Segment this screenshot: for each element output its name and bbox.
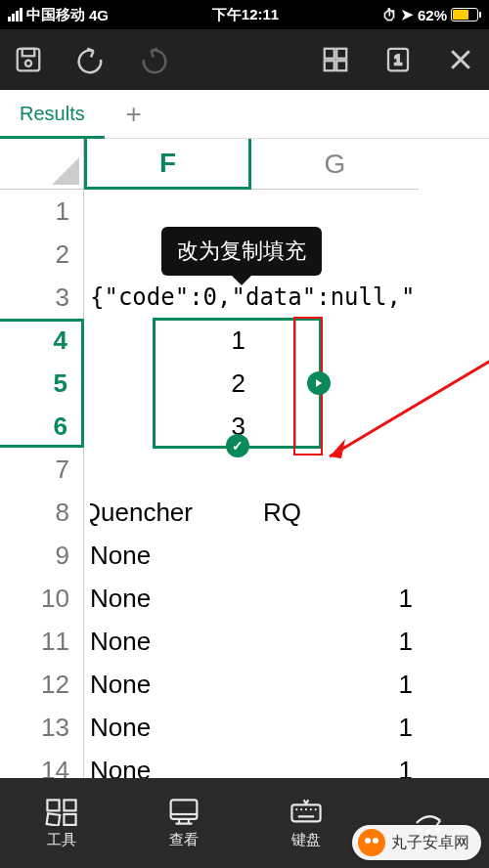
cell[interactable]: {"code":0,"data":null," <box>84 276 426 319</box>
cell[interactable]: None <box>84 706 251 749</box>
nav-label: 工具 <box>47 831 76 849</box>
row-header[interactable]: 11 <box>0 620 84 663</box>
svg-rect-14 <box>170 800 197 818</box>
battery-icon <box>451 8 481 22</box>
svg-text:1: 1 <box>394 51 402 67</box>
cell[interactable] <box>251 448 419 491</box>
undo-icon[interactable] <box>76 45 106 74</box>
grid-icon[interactable] <box>321 45 350 74</box>
toolbar: 1 <box>0 29 489 90</box>
carrier-text: 中国移动 <box>26 6 85 24</box>
battery-pct: 62% <box>418 7 447 23</box>
status-bar: 中国移动 4G 下午12:11 ⏱ ➤ 62% <box>0 0 489 29</box>
row-header[interactable]: 12 <box>0 663 84 706</box>
cell[interactable]: None <box>84 749 251 778</box>
cell[interactable]: 1 <box>84 319 251 362</box>
svg-rect-3 <box>325 49 334 59</box>
row-header[interactable]: 13 <box>0 706 84 749</box>
page-1-icon[interactable]: 1 <box>383 45 413 74</box>
svg-rect-6 <box>336 61 346 70</box>
svg-rect-1 <box>22 49 35 57</box>
cell[interactable]: None <box>84 663 251 706</box>
cell[interactable]: None <box>84 620 251 663</box>
network-text: 4G <box>89 7 109 23</box>
close-icon[interactable] <box>446 45 475 74</box>
spreadsheet[interactable]: F G 1 2 3{"code":0,"data":null," 41 52 6… <box>0 139 489 778</box>
row-header[interactable]: 14 <box>0 749 84 778</box>
cell[interactable]: None <box>84 534 251 577</box>
cell[interactable] <box>251 534 419 577</box>
svg-point-2 <box>25 61 31 66</box>
cell[interactable]: None <box>84 577 251 620</box>
row-header[interactable]: 3 <box>0 276 84 319</box>
svg-rect-4 <box>336 49 346 59</box>
watermark: 丸子安卓网 <box>352 825 481 860</box>
svg-rect-15 <box>291 804 320 821</box>
watermark-icon <box>358 829 385 856</box>
view-icon <box>167 798 200 827</box>
nav-view[interactable]: 查看 <box>122 798 244 849</box>
cell[interactable]: 1 <box>251 663 419 706</box>
cell[interactable]: 1 <box>251 577 419 620</box>
cell[interactable]: 1 <box>251 706 419 749</box>
watermark-text: 丸子安卓网 <box>391 833 469 853</box>
nav-label: 查看 <box>169 831 199 849</box>
cell[interactable]: ter Quencher <box>90 491 257 534</box>
nav-keyboard[interactable]: 键盘 <box>244 798 367 849</box>
cell[interactable]: 3 <box>84 405 251 448</box>
nav-tools[interactable]: 工具 <box>0 798 122 849</box>
svg-rect-11 <box>64 800 75 810</box>
row-header[interactable]: 4 <box>0 319 84 362</box>
signal-icon <box>8 8 22 22</box>
row-header[interactable]: 9 <box>0 534 84 577</box>
keyboard-icon <box>289 798 323 827</box>
svg-rect-10 <box>47 800 59 810</box>
svg-rect-13 <box>64 814 75 825</box>
row-header[interactable]: 6 <box>0 405 84 448</box>
row-header[interactable]: 10 <box>0 577 84 620</box>
select-all-corner[interactable] <box>0 139 84 190</box>
time-text: 下午12:11 <box>212 6 279 24</box>
cell[interactable]: 2 <box>84 362 251 405</box>
column-header-g[interactable]: G <box>251 139 419 190</box>
cell[interactable]: 1 <box>251 749 419 778</box>
nav-label: 键盘 <box>291 831 321 849</box>
fill-tooltip[interactable]: 改为复制填充 <box>161 227 322 276</box>
svg-rect-12 <box>46 813 60 826</box>
cell[interactable]: RQ <box>257 491 424 534</box>
tab-add[interactable]: + <box>105 90 163 138</box>
alarm-icon: ⏱ <box>382 7 397 23</box>
tab-results[interactable]: Results <box>0 90 105 138</box>
cell[interactable] <box>251 405 419 448</box>
tools-icon <box>45 798 78 827</box>
cell[interactable] <box>84 448 251 491</box>
svg-rect-5 <box>325 61 334 70</box>
redo-icon[interactable] <box>139 45 168 74</box>
row-header[interactable]: 1 <box>0 190 84 233</box>
tab-bar: Results + <box>0 90 489 139</box>
column-header-f[interactable]: F <box>84 139 251 190</box>
row-header[interactable]: 7 <box>0 448 84 491</box>
save-icon[interactable] <box>14 45 43 74</box>
cell[interactable] <box>251 362 419 405</box>
location-icon: ➤ <box>401 6 414 23</box>
row-header[interactable]: 2 <box>0 233 84 276</box>
cell[interactable] <box>251 319 419 362</box>
row-header[interactable]: 5 <box>0 362 84 405</box>
cell[interactable]: 1 <box>251 620 419 663</box>
